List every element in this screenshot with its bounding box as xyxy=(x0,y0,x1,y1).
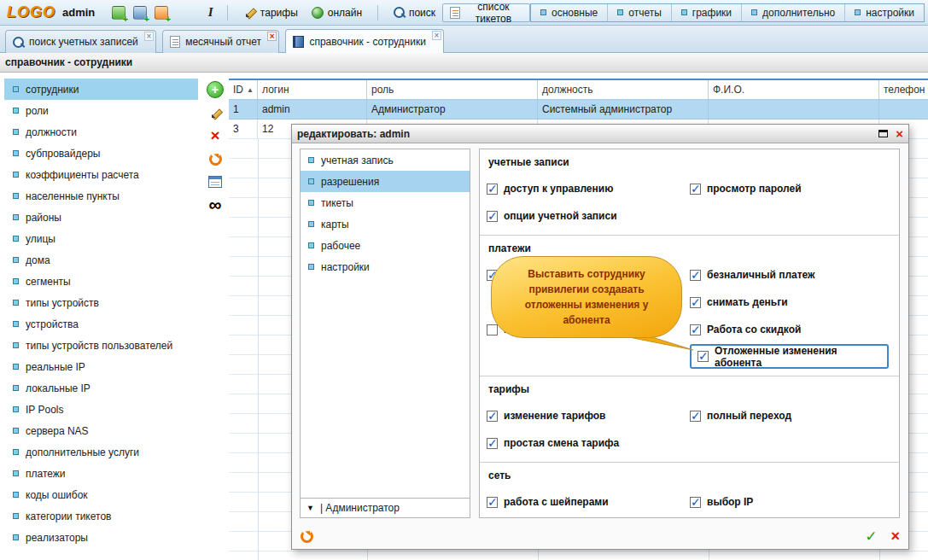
checkbox-icon[interactable] xyxy=(487,438,498,449)
dialog-nav-tickets[interactable]: тикеты xyxy=(301,192,470,213)
checkbox-tariff-change[interactable]: изменение тарифов xyxy=(487,402,690,429)
sidebar-item[interactable]: локальные IP xyxy=(4,377,198,399)
export-table-icon xyxy=(208,176,222,188)
bullet-icon xyxy=(13,86,19,92)
checkbox-access-control[interactable]: доступ к управлению xyxy=(487,175,690,202)
role-selector[interactable]: ▼ | Администратор xyxy=(301,498,470,517)
sidebar-item[interactable]: сегменты xyxy=(4,271,198,292)
dialog-nav-account[interactable]: учетная запись xyxy=(301,149,470,171)
checkbox-icon[interactable] xyxy=(690,184,701,195)
bullet-icon xyxy=(13,236,19,242)
column-header-id[interactable]: ID▲ xyxy=(229,80,258,99)
checkbox-full-transition[interactable]: полный переход xyxy=(690,402,892,429)
sidebar-item[interactable]: платежи xyxy=(4,463,198,484)
sidebar-item[interactable]: роли xyxy=(4,100,198,121)
italic-i-button[interactable]: I xyxy=(202,3,219,22)
checkbox-simple-tariff-change[interactable]: простая смена тарифа xyxy=(487,429,690,457)
menu-item-label: дополнительно xyxy=(762,7,835,19)
close-icon[interactable]: × xyxy=(267,32,277,41)
sidebar-item[interactable]: типы устройств пользователей xyxy=(4,335,198,356)
checkbox-icon[interactable] xyxy=(690,497,701,508)
sidebar-item[interactable]: типы устройств xyxy=(4,292,198,313)
add-orange-icon[interactable] xyxy=(155,6,168,20)
checkbox-account-options[interactable]: опции учетной записи xyxy=(487,202,690,230)
table-row[interactable]: 1 admin Администратор Системный админист… xyxy=(229,100,928,120)
checkbox-icon[interactable] xyxy=(487,211,498,222)
sidebar-item[interactable]: реальные IP xyxy=(4,356,198,377)
menu-item-main[interactable]: основные xyxy=(531,4,607,21)
checkbox-icon[interactable] xyxy=(487,411,498,422)
menu-item-reports[interactable]: отчеты xyxy=(607,4,671,21)
refresh-icon[interactable] xyxy=(301,530,313,543)
add-green-icon[interactable] xyxy=(112,6,125,20)
export-button[interactable] xyxy=(205,172,225,191)
dialog-titlebar[interactable]: редактировать: admin × xyxy=(292,125,908,143)
checkbox-view-passwords[interactable]: просмотр паролей xyxy=(690,175,892,202)
close-icon[interactable]: × xyxy=(896,128,903,140)
checkbox-icon[interactable] xyxy=(487,324,498,335)
dialog-nav-cards[interactable]: карты xyxy=(301,213,470,235)
sidebar-item[interactable]: устройства xyxy=(4,313,198,335)
sidebar-item[interactable]: сервера NAS xyxy=(4,420,198,441)
checkbox-icon[interactable] xyxy=(690,411,701,422)
close-icon[interactable]: × xyxy=(432,31,441,40)
bullet-icon xyxy=(13,492,19,498)
dialog-nav: учетная запись разрешения тикеты карты р… xyxy=(300,149,470,518)
tab-search-accounts[interactable]: поиск учетных записей × xyxy=(5,30,156,53)
column-header-fio[interactable]: Ф.И.О. xyxy=(709,80,879,99)
add-button[interactable]: + xyxy=(205,80,225,99)
sidebar-item[interactable]: реализаторы xyxy=(4,527,198,548)
sidebar-item[interactable]: населенные пункты xyxy=(4,185,198,207)
online-button[interactable]: онлайн xyxy=(305,3,369,22)
delete-button[interactable]: × xyxy=(205,126,225,145)
column-header-role[interactable]: роль xyxy=(367,80,538,99)
bullet-icon xyxy=(751,9,757,15)
sidebar-item-employees[interactable]: сотрудники xyxy=(4,79,198,100)
tab-monthly-report[interactable]: месячный отчет × xyxy=(162,30,279,53)
sidebar-item[interactable]: категории тикетов xyxy=(4,505,198,527)
infinity-button[interactable]: ∞ xyxy=(205,195,225,214)
sidebar-item[interactable]: должности xyxy=(4,121,198,143)
apply-icon[interactable]: ✓ xyxy=(865,528,877,545)
checkbox-deferred-subscriber-changes[interactable]: Отложенные изменения абонента xyxy=(690,344,889,369)
dialog-nav-permissions[interactable]: разрешения xyxy=(301,171,470,192)
add-blue-icon[interactable] xyxy=(133,6,147,20)
ticket-list-button[interactable]: список тикетов xyxy=(442,3,530,22)
column-header-phone[interactable]: телефон xyxy=(879,80,928,99)
tab-directory-employees[interactable]: справочник - сотрудники × xyxy=(285,29,443,53)
column-header-position[interactable]: должность xyxy=(538,80,709,99)
edit-button[interactable] xyxy=(205,103,225,122)
menu-item-settings[interactable]: настройки xyxy=(844,4,924,21)
checkbox-work-with-shapers[interactable]: работа с шейперами xyxy=(487,488,690,516)
tariffs-button[interactable]: тарифы xyxy=(236,3,305,22)
dialog-nav-settings[interactable]: настройки xyxy=(301,256,470,277)
sidebar-item[interactable]: коды ошибок xyxy=(4,484,198,505)
refresh-button[interactable] xyxy=(205,149,225,168)
checkbox-icon[interactable] xyxy=(690,297,701,308)
checkbox-icon[interactable] xyxy=(697,351,709,362)
cancel-icon[interactable]: × xyxy=(890,528,900,545)
sidebar-item[interactable]: дополнительные услуги xyxy=(4,441,198,463)
checkbox-icon[interactable] xyxy=(487,497,498,508)
sidebar-item[interactable]: дома xyxy=(4,249,198,271)
close-icon[interactable]: × xyxy=(144,32,154,41)
checkbox-icon[interactable] xyxy=(690,270,701,281)
column-header-login[interactable]: логин xyxy=(258,80,367,99)
sidebar-item[interactable]: субпровайдеры xyxy=(4,143,198,164)
sidebar-item[interactable]: улицы xyxy=(4,228,198,249)
checkbox-ip-selection[interactable]: выбор IP xyxy=(690,488,892,516)
menu-item-label: основные xyxy=(552,7,598,19)
sidebar-item[interactable]: коэффициенты расчета xyxy=(4,164,198,185)
checkbox-icon[interactable] xyxy=(487,184,498,195)
checkbox-cashless-payment[interactable]: безналичный платеж xyxy=(690,261,892,289)
menu-item-graphs[interactable]: графики xyxy=(671,4,741,21)
search-button[interactable]: поиск xyxy=(387,3,442,22)
menu-item-additional[interactable]: дополнительно xyxy=(741,4,844,21)
sidebar-item[interactable]: районы xyxy=(4,207,198,228)
sidebar-item[interactable]: IP Pools xyxy=(4,399,198,420)
checkbox-withdraw-money[interactable]: снимать деньги xyxy=(690,289,892,316)
dialog-nav-work[interactable]: рабочее xyxy=(301,235,470,256)
tab-label: месячный отчет xyxy=(185,36,261,48)
maximize-icon[interactable] xyxy=(878,130,888,137)
checkbox-work-with-discount[interactable]: Работа со скидкой xyxy=(690,316,892,343)
